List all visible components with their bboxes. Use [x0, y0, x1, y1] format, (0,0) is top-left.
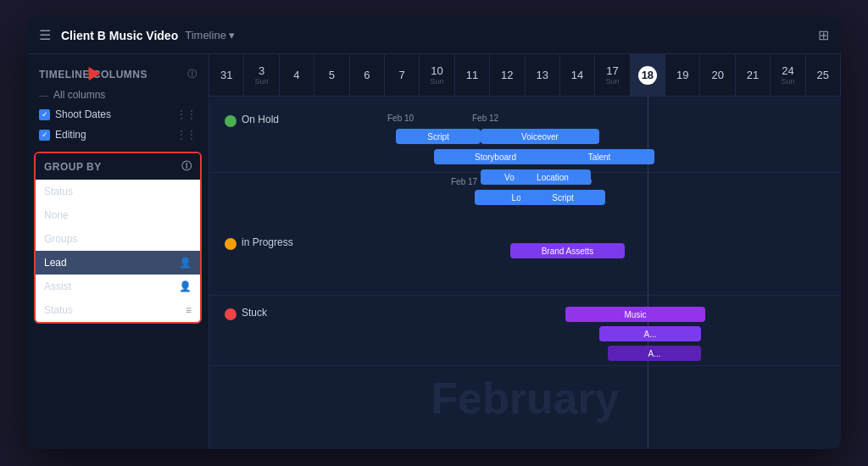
- info-icon[interactable]: ⓘ: [187, 68, 198, 80]
- date-col-21: 21: [736, 54, 771, 96]
- group-row-0: On HoldFeb 10Feb 12Feb 17Feb 20ScriptVoi…: [209, 105, 841, 173]
- month-label: February: [431, 373, 620, 424]
- project-title: Client B Music Video: [61, 29, 178, 42]
- group-by-section: Group By ⓘ Status None Groups Lead 👤 As: [34, 152, 202, 324]
- status-menu-icon: ≡: [186, 304, 192, 316]
- group-by-groups-item[interactable]: Groups: [36, 227, 200, 251]
- gantt-bar-0-1: Voiceover: [481, 129, 599, 144]
- gantt-bar-0-3: Talent: [544, 149, 654, 164]
- lead-person-icon: 👤: [179, 257, 192, 269]
- date-col-13: 13: [526, 54, 560, 96]
- gantt-bar-2-0: Music: [565, 307, 705, 322]
- header-grid-icon: ⊞: [818, 27, 829, 43]
- group-by-status2-item[interactable]: Status ≡: [36, 298, 200, 322]
- group-dot-0: [225, 115, 236, 127]
- date-col-11: 11: [455, 54, 490, 96]
- editing-item[interactable]: ✓ Editing ⋮⋮: [27, 125, 209, 145]
- group-by-info-icon[interactable]: ⓘ: [181, 159, 192, 174]
- timeline: 313Sun456710Sun1112131417Sun1819202124Su…: [209, 54, 841, 449]
- timeline-header: 313Sun456710Sun1112131417Sun1819202124Su…: [209, 54, 841, 97]
- date-col-20: 20: [700, 54, 735, 96]
- gantt-bar-0-2: Storyboard: [434, 149, 557, 164]
- group-name-0: On Hold: [242, 114, 279, 125]
- sidebar: Timeline Columns ⓘ — All columns ✓ Shoot…: [27, 54, 209, 449]
- group-row-1: in ProgressBrand Assetts: [209, 228, 841, 296]
- group-name-1: in Progress: [242, 236, 293, 248]
- date-col-19: 19: [665, 54, 700, 96]
- assist-person-icon: 👤: [179, 280, 192, 292]
- date-col-4: 4: [280, 54, 314, 96]
- date-col-25: 25: [806, 54, 841, 96]
- date-col-17: 17Sun: [595, 54, 630, 96]
- group-dot-2: [225, 308, 236, 320]
- date-col-31: 31: [209, 54, 244, 96]
- shoot-dates-checkbox[interactable]: ✓: [39, 109, 50, 120]
- date-label-0-1: Feb 12: [472, 114, 498, 123]
- timeline-columns-header: Timeline Columns ⓘ: [27, 63, 209, 86]
- editing-checkbox[interactable]: ✓: [39, 130, 50, 141]
- date-col-5: 5: [314, 54, 349, 96]
- date-col-14: 14: [560, 54, 595, 96]
- date-label-0-0: Feb 10: [387, 114, 414, 123]
- drag-handle-icon-2: ⋮⋮: [176, 129, 197, 141]
- group-row-2: StuckMusicA...A...: [209, 298, 841, 366]
- main-window: ☰ Client B Music Video Timeline ▾ ⊞ Time…: [27, 17, 841, 449]
- group-name-2: Stuck: [242, 307, 267, 319]
- gantt-bar-0-7: Script: [520, 190, 605, 205]
- timeline-body: February On HoldFeb 10Feb 12Feb 17Feb 20…: [209, 97, 841, 449]
- group-by-assist-item[interactable]: Assist 👤: [36, 275, 200, 298]
- date-col-18: 18: [631, 54, 665, 96]
- date-label-0-2: Feb 17: [451, 177, 477, 186]
- drag-handle-icon: ⋮⋮: [176, 108, 197, 120]
- gantt-bar-2-1: A...: [599, 326, 701, 341]
- gantt-bar-2-2: A...: [608, 346, 701, 361]
- date-col-10: 10Sun: [420, 54, 454, 96]
- gantt-bar-0-0: Script: [396, 129, 481, 144]
- group-by-header: Group By ⓘ: [36, 153, 200, 180]
- all-columns-item[interactable]: — All columns: [27, 86, 209, 104]
- gantt-bar-1-0: Brand Assetts: [510, 243, 625, 258]
- date-col-3: 3Sun: [244, 54, 279, 96]
- date-col-12: 12: [490, 54, 525, 96]
- hamburger-icon[interactable]: ☰: [39, 27, 51, 43]
- gantt-bar-0-5: Location: [515, 169, 591, 185]
- header: ☰ Client B Music Video Timeline ▾ ⊞: [27, 17, 841, 54]
- date-col-7: 7: [385, 54, 420, 96]
- shoot-dates-item[interactable]: ✓ Shoot Dates ⋮⋮: [27, 104, 209, 125]
- main-content: Timeline Columns ⓘ — All columns ✓ Shoot…: [27, 54, 841, 449]
- date-col-6: 6: [350, 54, 385, 96]
- group-by-lead-item[interactable]: Lead 👤: [36, 251, 200, 275]
- group-by-none-item[interactable]: None: [36, 203, 200, 227]
- group-dot-1: [225, 238, 236, 250]
- view-selector[interactable]: Timeline ▾: [185, 29, 235, 42]
- date-col-24: 24Sun: [771, 54, 805, 96]
- group-by-status-item[interactable]: Status: [36, 180, 200, 203]
